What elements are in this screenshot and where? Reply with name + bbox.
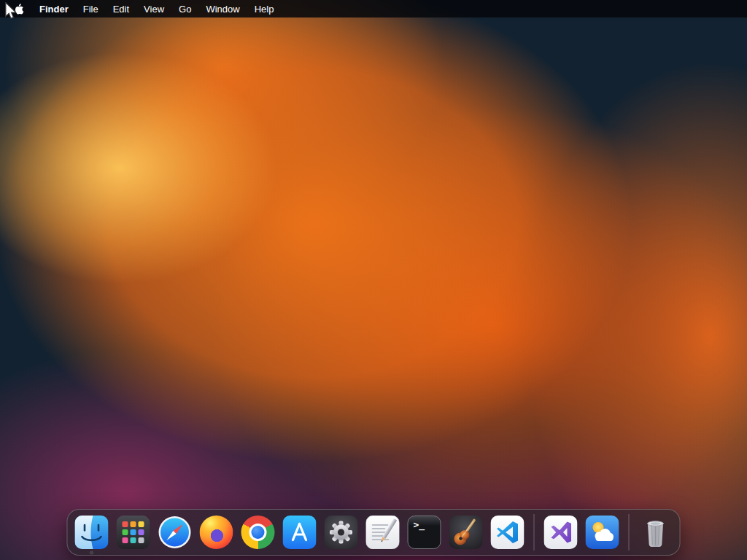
dock-item-safari[interactable] [158,515,193,550]
app-store-icon [283,516,317,549]
finder-icon [75,516,109,549]
menu-bar: Finder File Edit View Go Window Help [0,0,747,18]
dock-item-finder[interactable] [74,515,109,550]
menu-item-finder[interactable]: Finder [32,0,76,18]
visual-studio-icon [544,516,578,549]
dock-item-terminal[interactable]: >_ [407,515,442,550]
desktop-wallpaper [0,0,747,560]
menu-item-window[interactable]: Window [198,0,247,18]
finder-running-indicator [90,551,93,554]
launchpad-icon [117,516,150,549]
vscode-icon [491,516,525,549]
dock-item-system-settings[interactable] [324,515,359,550]
dock-item-garageband[interactable] [449,515,484,550]
menu-item-edit[interactable]: Edit [106,0,136,18]
chrome-icon [241,516,275,549]
dock: >_ [67,509,681,556]
firefox-icon [200,516,233,549]
dock-item-launchpad[interactable] [116,515,151,550]
dock-item-weather[interactable] [585,515,620,550]
dock-item-app-store[interactable] [282,515,317,550]
trash-icon [639,516,673,549]
dock-item-trash[interactable] [638,515,673,550]
terminal-prompt-glyph: >_ [414,519,425,530]
dock-item-textedit[interactable] [365,515,400,550]
dock-item-firefox[interactable] [199,515,234,550]
menu-item-go[interactable]: Go [171,0,198,18]
textedit-icon [366,516,400,549]
menu-item-help[interactable]: Help [247,0,282,18]
dock-separator-trash [629,514,630,551]
dock-item-chrome[interactable] [241,515,276,550]
safari-icon [158,516,192,549]
system-settings-icon [325,516,358,549]
menu-item-view[interactable]: View [136,0,171,18]
weather-icon [586,516,619,549]
dock-item-vscode[interactable] [490,515,525,550]
macos-desktop: Finder File Edit View Go Window Help [0,0,747,560]
garageband-icon [449,516,483,549]
mouse-cursor [4,2,17,23]
menu-item-file[interactable]: File [76,0,106,18]
dock-separator [534,514,535,551]
dock-item-visual-studio[interactable] [543,515,578,550]
terminal-icon: >_ [408,516,441,549]
